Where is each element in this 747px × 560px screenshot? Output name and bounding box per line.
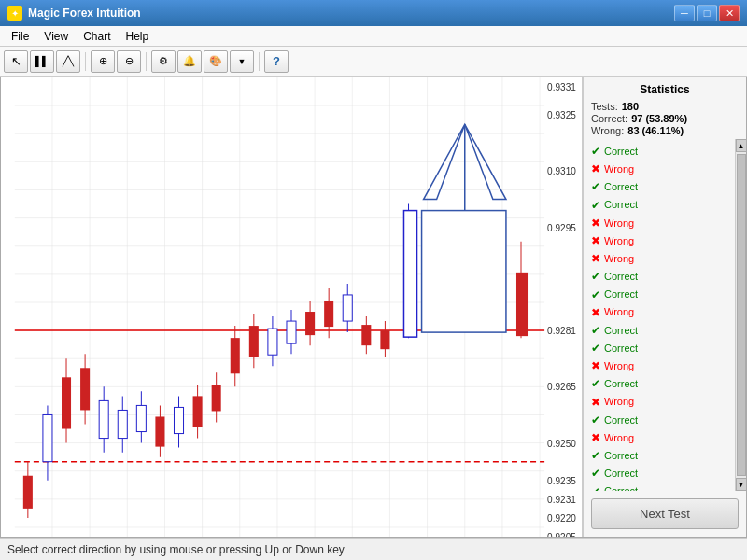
main-content: 0.9331 0.9325 0.9310 0.9295 0.9281 0.926…	[0, 77, 747, 538]
result-label: Correct	[604, 466, 638, 483]
checkmark-icon: ✔	[591, 287, 600, 304]
result-item: ✖Wrong	[591, 357, 727, 375]
minimize-button[interactable]: ─	[674, 5, 695, 21]
result-item: ✖Wrong	[591, 161, 727, 178]
color-button[interactable]: 🎨	[204, 50, 228, 73]
result-item: ✔Correct	[591, 268, 727, 286]
maximize-button[interactable]: □	[697, 5, 717, 21]
svg-rect-59	[155, 416, 164, 446]
toolbar: ↖ ▌▌ ╱╲ ⊕ ⊖ ⚙ 🔔 🎨 ▼ ?	[0, 47, 747, 77]
x-icon: ✖	[591, 250, 600, 268]
stats-table: Tests: 180 Correct: 97 (53.89%) Wrong: 8…	[584, 98, 746, 139]
result-item: ✔Correct	[591, 143, 727, 161]
app-title: Magic Forex Intuition	[28, 7, 141, 20]
toolbar-separator-3	[259, 52, 260, 71]
checkmark-icon: ✔	[591, 447, 600, 465]
result-label: Wrong	[604, 304, 634, 321]
svg-text:0.9310: 0.9310	[547, 166, 576, 176]
zoom-in-button[interactable]: ⊕	[91, 50, 115, 73]
checkmark-icon: ✔	[591, 375, 600, 393]
svg-text:0.9220: 0.9220	[547, 513, 576, 524]
svg-text:0.9331: 0.9331	[547, 82, 576, 92]
status-text: Select correct direction by using mouse …	[7, 543, 345, 556]
scroll-thumb[interactable]	[737, 154, 746, 476]
menu-view[interactable]: View	[36, 26, 76, 47]
help-button[interactable]: ?	[264, 50, 289, 73]
right-panel: Statistics Tests: 180 Correct: 97 (53.89…	[583, 77, 746, 537]
menu-bar: File View Chart Help	[0, 26, 747, 47]
svg-text:0.9231: 0.9231	[547, 495, 576, 505]
checkmark-icon: ✔	[591, 322, 600, 340]
dropdown-button[interactable]: ▼	[230, 50, 254, 73]
wrong-value: 83 (46.11%)	[627, 125, 684, 136]
results-list: ✔Correct✖Wrong✔Correct✔Correct✖Wrong✖Wro…	[584, 139, 735, 491]
settings-button[interactable]: ⚙	[151, 50, 176, 73]
result-item: ✔Correct	[591, 287, 727, 304]
result-item: ✔Correct	[591, 483, 727, 491]
zoom-out-button[interactable]: ⊖	[117, 50, 141, 73]
svg-rect-45	[23, 476, 33, 509]
cursor-tool-button[interactable]: ↖	[4, 50, 28, 73]
close-button[interactable]: ✕	[719, 5, 740, 21]
x-icon: ✖	[591, 394, 600, 412]
result-label: Wrong	[604, 358, 634, 375]
svg-rect-69	[249, 326, 259, 357]
result-label: Wrong	[604, 233, 634, 250]
result-label: Correct	[604, 341, 638, 357]
svg-rect-63	[193, 396, 203, 427]
result-item: ✖Wrong	[591, 394, 727, 412]
checkmark-icon: ✔	[591, 143, 600, 161]
chart-area: 0.9331 0.9325 0.9310 0.9295 0.9281 0.926…	[1, 77, 583, 537]
title-bar: ✦ Magic Forex Intuition ─ □ ✕	[0, 0, 747, 26]
scroll-up-button[interactable]: ▲	[736, 139, 747, 152]
svg-rect-86	[422, 211, 506, 333]
menu-file[interactable]: File	[4, 26, 36, 47]
result-item: ✔Correct	[591, 340, 727, 357]
svg-rect-51	[80, 368, 90, 410]
chart-svg: 0.9331 0.9325 0.9310 0.9295 0.9281 0.926…	[1, 77, 582, 537]
window-controls: ─ □ ✕	[674, 5, 740, 21]
checkmark-icon: ✔	[591, 340, 600, 357]
result-label: Wrong	[604, 251, 634, 268]
scroll-down-button[interactable]: ▼	[736, 478, 747, 491]
x-icon: ✖	[591, 232, 600, 250]
svg-rect-61	[174, 407, 183, 433]
x-icon: ✖	[591, 357, 600, 375]
result-item: ✔Correct	[591, 178, 727, 196]
line-chart-button[interactable]: ╱╲	[56, 50, 80, 73]
result-label: Correct	[604, 323, 638, 340]
result-label: Correct	[604, 413, 638, 429]
next-test-button[interactable]: Next Test	[591, 498, 739, 529]
svg-rect-85	[403, 211, 416, 338]
svg-text:0.9250: 0.9250	[547, 439, 576, 449]
alert-button[interactable]: 🔔	[177, 50, 202, 73]
result-item: ✖Wrong	[591, 232, 727, 250]
result-label: Wrong	[604, 394, 634, 411]
result-item: ✖Wrong	[591, 429, 727, 447]
svg-rect-81	[361, 325, 371, 345]
results-scrollbar[interactable]: ▲ ▼	[735, 139, 746, 491]
result-item: ✔Correct	[591, 375, 727, 393]
toolbar-separator-2	[146, 52, 147, 71]
result-label: Wrong	[604, 161, 634, 178]
checkmark-icon: ✔	[591, 465, 600, 483]
menu-chart[interactable]: Chart	[76, 26, 118, 47]
checkmark-icon: ✔	[591, 178, 600, 196]
svg-rect-47	[43, 414, 52, 461]
menu-help[interactable]: Help	[118, 26, 156, 47]
svg-rect-75	[305, 312, 315, 335]
checkmark-icon: ✔	[591, 197, 600, 215]
status-bar: Select correct direction by using mouse …	[0, 538, 747, 560]
bar-chart-button[interactable]: ▌▌	[30, 50, 54, 73]
stats-correct-row: Correct: 97 (53.89%)	[591, 113, 739, 124]
stats-tests-row: Tests: 180	[591, 101, 739, 112]
result-label: Correct	[604, 448, 638, 465]
correct-value: 97 (53.89%)	[631, 113, 687, 124]
svg-text:0.9265: 0.9265	[547, 382, 576, 392]
result-item: ✔Correct	[591, 322, 727, 340]
toolbar-separator-1	[85, 52, 86, 71]
x-icon: ✖	[591, 215, 600, 232]
results-section: ✔Correct✖Wrong✔Correct✔Correct✖Wrong✖Wro…	[584, 139, 746, 491]
tests-label: Tests:	[591, 101, 618, 112]
result-label: Wrong	[604, 430, 634, 447]
